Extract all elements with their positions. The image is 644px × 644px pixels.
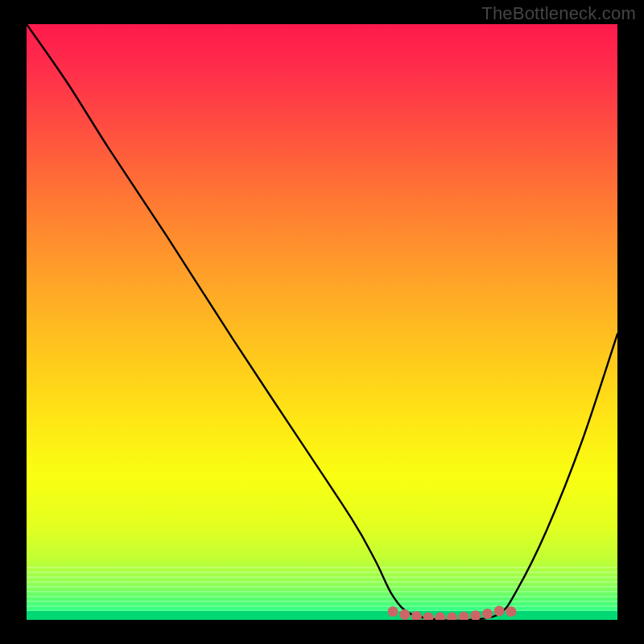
sweet-spot-marker (447, 613, 457, 620)
sweet-spot-marker (470, 610, 481, 620)
sweet-spot-marker (399, 609, 410, 620)
sweet-spot-marker (459, 612, 469, 620)
sweet-spot-marker (494, 605, 505, 616)
chart-svg (27, 24, 617, 620)
sweet-spot-marker (411, 611, 422, 620)
sweet-spot-marker (435, 613, 445, 620)
sweet-spot-marker (423, 613, 434, 620)
sweet-spot-marker (482, 609, 493, 619)
sweet-spot-marker (506, 606, 516, 617)
sweet-spot-markers (388, 605, 517, 620)
sweet-spot-marker (388, 606, 398, 617)
plot-area (27, 24, 617, 620)
chart-frame: TheBottleneck.com (0, 0, 644, 644)
watermark-text: TheBottleneck.com (481, 3, 636, 24)
bottleneck-curve (27, 24, 617, 620)
